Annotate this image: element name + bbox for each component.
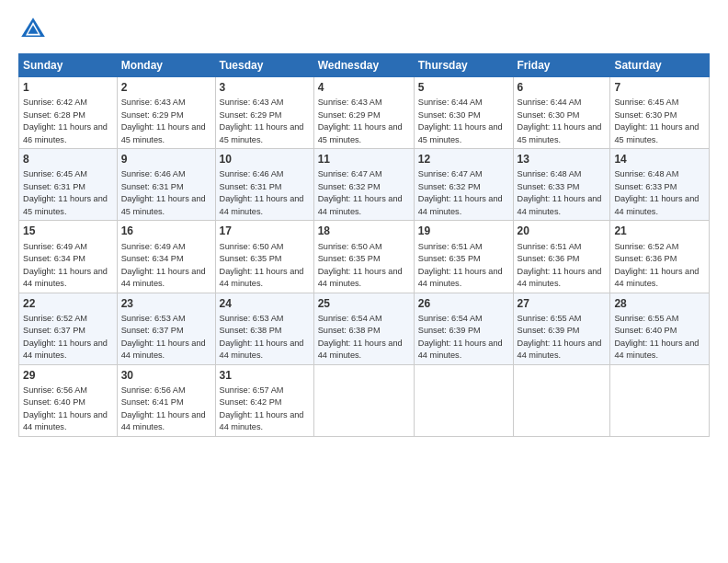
- calendar-cell: 17Sunrise: 6:50 AM Sunset: 6:35 PM Dayli…: [215, 221, 313, 293]
- calendar-cell: [414, 364, 513, 436]
- day-detail: Sunrise: 6:56 AM Sunset: 6:41 PM Dayligh…: [121, 385, 206, 432]
- calendar-cell: [513, 364, 610, 436]
- day-detail: Sunrise: 6:49 AM Sunset: 6:34 PM Dayligh…: [23, 242, 108, 289]
- day-number: 30: [121, 368, 211, 383]
- calendar-cell: 21Sunrise: 6:52 AM Sunset: 6:36 PM Dayli…: [610, 221, 710, 293]
- day-detail: Sunrise: 6:43 AM Sunset: 6:29 PM Dayligh…: [121, 98, 206, 144]
- calendar-cell: 18Sunrise: 6:50 AM Sunset: 6:35 PM Dayli…: [313, 221, 414, 293]
- day-detail: Sunrise: 6:46 AM Sunset: 6:31 PM Dayligh…: [220, 169, 304, 216]
- day-number: 29: [23, 368, 113, 383]
- day-detail: Sunrise: 6:49 AM Sunset: 6:34 PM Dayligh…: [121, 242, 206, 289]
- day-detail: Sunrise: 6:51 AM Sunset: 6:35 PM Dayligh…: [418, 242, 503, 289]
- day-detail: Sunrise: 6:50 AM Sunset: 6:35 PM Dayligh…: [318, 242, 403, 289]
- day-detail: Sunrise: 6:54 AM Sunset: 6:39 PM Dayligh…: [418, 314, 503, 361]
- day-number: 10: [220, 152, 310, 167]
- day-number: 19: [418, 224, 509, 238]
- calendar-cell: 30Sunrise: 6:56 AM Sunset: 6:41 PM Dayli…: [117, 364, 215, 436]
- day-detail: Sunrise: 6:45 AM Sunset: 6:30 PM Dayligh…: [614, 98, 699, 144]
- header: [18, 15, 710, 44]
- column-header-tuesday: Tuesday: [215, 54, 313, 77]
- day-detail: Sunrise: 6:44 AM Sunset: 6:30 PM Dayligh…: [518, 98, 602, 144]
- calendar-cell: 26Sunrise: 6:54 AM Sunset: 6:39 PM Dayli…: [414, 293, 513, 364]
- calendar-cell: 24Sunrise: 6:53 AM Sunset: 6:38 PM Dayli…: [215, 293, 313, 364]
- calendar-cell: 23Sunrise: 6:53 AM Sunset: 6:37 PM Dayli…: [117, 293, 215, 364]
- column-header-sunday: Sunday: [19, 54, 118, 77]
- day-detail: Sunrise: 6:55 AM Sunset: 6:39 PM Dayligh…: [518, 314, 602, 361]
- calendar-week-1: 1Sunrise: 6:42 AM Sunset: 6:28 PM Daylig…: [19, 77, 710, 149]
- day-number: 21: [614, 224, 705, 238]
- calendar-week-5: 29Sunrise: 6:56 AM Sunset: 6:40 PM Dayli…: [19, 364, 710, 436]
- page: SundayMondayTuesdayWednesdayThursdayFrid…: [0, 0, 728, 563]
- day-number: 18: [318, 224, 410, 238]
- day-detail: Sunrise: 6:55 AM Sunset: 6:40 PM Dayligh…: [614, 314, 699, 361]
- calendar-cell: 31Sunrise: 6:57 AM Sunset: 6:42 PM Dayli…: [215, 364, 313, 436]
- column-header-thursday: Thursday: [414, 54, 513, 77]
- day-number: 22: [23, 296, 113, 311]
- calendar-cell: 13Sunrise: 6:48 AM Sunset: 6:33 PM Dayli…: [513, 149, 610, 221]
- calendar-cell: 2Sunrise: 6:43 AM Sunset: 6:29 PM Daylig…: [117, 77, 215, 149]
- calendar-table: SundayMondayTuesdayWednesdayThursdayFrid…: [18, 53, 710, 437]
- day-number: 24: [220, 296, 310, 311]
- day-detail: Sunrise: 6:46 AM Sunset: 6:31 PM Dayligh…: [121, 169, 206, 216]
- day-number: 15: [23, 224, 113, 238]
- column-header-monday: Monday: [117, 54, 215, 77]
- day-number: 25: [318, 296, 410, 311]
- calendar-cell: 3Sunrise: 6:43 AM Sunset: 6:29 PM Daylig…: [215, 77, 313, 149]
- day-detail: Sunrise: 6:44 AM Sunset: 6:30 PM Dayligh…: [418, 98, 503, 144]
- calendar-cell: [313, 364, 414, 436]
- calendar-cell: 10Sunrise: 6:46 AM Sunset: 6:31 PM Dayli…: [215, 149, 313, 221]
- calendar-cell: 1Sunrise: 6:42 AM Sunset: 6:28 PM Daylig…: [19, 77, 118, 149]
- calendar-week-2: 8Sunrise: 6:45 AM Sunset: 6:31 PM Daylig…: [19, 149, 710, 221]
- day-number: 1: [23, 80, 113, 95]
- calendar-cell: 25Sunrise: 6:54 AM Sunset: 6:38 PM Dayli…: [313, 293, 414, 364]
- day-detail: Sunrise: 6:43 AM Sunset: 6:29 PM Dayligh…: [318, 98, 403, 144]
- calendar-cell: 7Sunrise: 6:45 AM Sunset: 6:30 PM Daylig…: [610, 77, 710, 149]
- column-header-saturday: Saturday: [610, 54, 710, 77]
- calendar-cell: 19Sunrise: 6:51 AM Sunset: 6:35 PM Dayli…: [414, 221, 513, 293]
- day-detail: Sunrise: 6:52 AM Sunset: 6:37 PM Dayligh…: [23, 314, 108, 361]
- day-number: 26: [418, 296, 509, 311]
- day-detail: Sunrise: 6:54 AM Sunset: 6:38 PM Dayligh…: [318, 314, 403, 361]
- day-number: 23: [121, 296, 211, 311]
- day-detail: Sunrise: 6:50 AM Sunset: 6:35 PM Dayligh…: [220, 242, 304, 289]
- day-number: 7: [614, 80, 705, 95]
- calendar-cell: 20Sunrise: 6:51 AM Sunset: 6:36 PM Dayli…: [513, 221, 610, 293]
- calendar-header-row: SundayMondayTuesdayWednesdayThursdayFrid…: [19, 54, 710, 77]
- calendar-week-4: 22Sunrise: 6:52 AM Sunset: 6:37 PM Dayli…: [19, 293, 710, 364]
- day-number: 31: [220, 368, 310, 383]
- day-number: 3: [220, 80, 310, 95]
- day-detail: Sunrise: 6:53 AM Sunset: 6:38 PM Dayligh…: [220, 314, 304, 361]
- day-detail: Sunrise: 6:56 AM Sunset: 6:40 PM Dayligh…: [23, 385, 108, 432]
- calendar-cell: [610, 364, 710, 436]
- day-number: 28: [614, 296, 705, 311]
- day-number: 20: [518, 224, 607, 238]
- day-number: 6: [518, 80, 607, 95]
- calendar-cell: 12Sunrise: 6:47 AM Sunset: 6:32 PM Dayli…: [414, 149, 513, 221]
- calendar-cell: 5Sunrise: 6:44 AM Sunset: 6:30 PM Daylig…: [414, 77, 513, 149]
- day-detail: Sunrise: 6:51 AM Sunset: 6:36 PM Dayligh…: [518, 242, 602, 289]
- day-detail: Sunrise: 6:43 AM Sunset: 6:29 PM Dayligh…: [220, 98, 304, 144]
- calendar-cell: 11Sunrise: 6:47 AM Sunset: 6:32 PM Dayli…: [313, 149, 414, 221]
- calendar-cell: 9Sunrise: 6:46 AM Sunset: 6:31 PM Daylig…: [117, 149, 215, 221]
- calendar-cell: 27Sunrise: 6:55 AM Sunset: 6:39 PM Dayli…: [513, 293, 610, 364]
- day-detail: Sunrise: 6:53 AM Sunset: 6:37 PM Dayligh…: [121, 314, 206, 361]
- day-number: 12: [418, 152, 509, 167]
- logo-icon: [18, 15, 48, 44]
- day-detail: Sunrise: 6:42 AM Sunset: 6:28 PM Dayligh…: [23, 98, 108, 144]
- day-number: 11: [318, 152, 410, 167]
- calendar-cell: 8Sunrise: 6:45 AM Sunset: 6:31 PM Daylig…: [19, 149, 118, 221]
- day-detail: Sunrise: 6:57 AM Sunset: 6:42 PM Dayligh…: [220, 385, 304, 432]
- day-detail: Sunrise: 6:47 AM Sunset: 6:32 PM Dayligh…: [418, 169, 503, 216]
- day-number: 13: [518, 152, 607, 167]
- calendar-cell: 4Sunrise: 6:43 AM Sunset: 6:29 PM Daylig…: [313, 77, 414, 149]
- column-header-wednesday: Wednesday: [313, 54, 414, 77]
- day-number: 27: [518, 296, 607, 311]
- calendar-week-3: 15Sunrise: 6:49 AM Sunset: 6:34 PM Dayli…: [19, 221, 710, 293]
- day-number: 14: [614, 152, 705, 167]
- day-detail: Sunrise: 6:45 AM Sunset: 6:31 PM Dayligh…: [23, 169, 108, 216]
- calendar-cell: 14Sunrise: 6:48 AM Sunset: 6:33 PM Dayli…: [610, 149, 710, 221]
- column-header-friday: Friday: [513, 54, 610, 77]
- day-number: 5: [418, 80, 509, 95]
- day-number: 4: [318, 80, 410, 95]
- day-number: 9: [121, 152, 211, 167]
